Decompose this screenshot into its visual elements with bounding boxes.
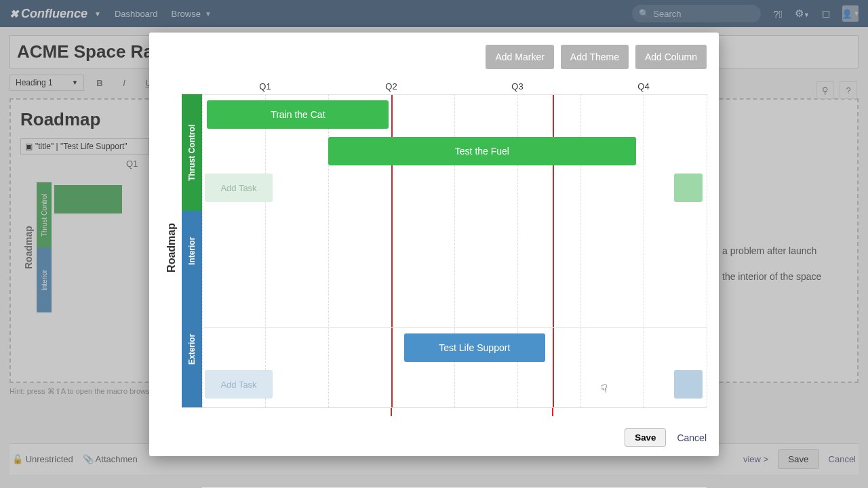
modal-overlay: Add Marker Add Theme Add Column Roadmap … xyxy=(0,0,868,488)
column-header[interactable]: Q4 xyxy=(580,79,707,94)
lane-row: Test Life SupportAdd Task xyxy=(202,327,707,407)
lane-row: Train the CatTest the FuelAdd Task xyxy=(202,94,707,211)
modal-save-button[interactable]: Save xyxy=(625,428,666,447)
add-task-button[interactable]: Add Task xyxy=(205,370,273,399)
lane-label[interactable]: Thrust Control xyxy=(182,94,202,211)
task-bar[interactable]: Test the Fuel xyxy=(328,137,636,165)
roadmap-editor-modal: Add Marker Add Theme Add Column Roadmap … xyxy=(149,33,719,456)
add-theme-button[interactable]: Add Theme xyxy=(561,45,629,69)
gridline xyxy=(707,94,707,407)
task-bar[interactable]: Train the Cat xyxy=(207,100,389,129)
lane-label[interactable]: Interior xyxy=(182,211,202,291)
column-header[interactable]: Q2 xyxy=(328,79,454,94)
add-column-button[interactable]: Add Column xyxy=(635,45,707,69)
lane-label[interactable]: Exterior xyxy=(182,291,202,407)
add-marker-button[interactable]: Add Marker xyxy=(486,45,553,69)
column-header[interactable]: Q3 xyxy=(454,79,580,94)
roadmap-vert-title: Roadmap xyxy=(161,223,182,272)
marker-line xyxy=(552,408,553,416)
add-task-button[interactable]: Add Task xyxy=(205,174,273,202)
modal-cancel-link[interactable]: Cancel xyxy=(677,432,707,443)
task-bar[interactable]: Test Life Support xyxy=(404,333,545,362)
column-header[interactable]: Q1 xyxy=(202,79,328,94)
marker-line xyxy=(391,408,392,416)
task-template-swatch[interactable] xyxy=(674,174,703,202)
task-template-swatch[interactable] xyxy=(674,370,703,399)
